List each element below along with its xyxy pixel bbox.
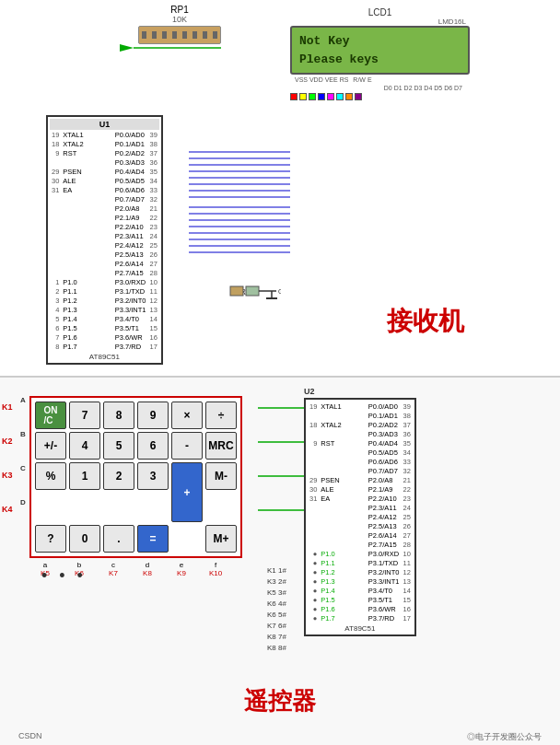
rp1-pin xyxy=(182,31,187,39)
key-question[interactable]: ? xyxy=(35,525,66,553)
u1-chip: U1 19 XTAL1 P0.0/AD0 39 18 XTAL2 P0.1/AD… xyxy=(46,115,163,365)
keypad-row-4: ? 0 . = M+ xyxy=(35,525,237,553)
bottom-section: K1 K2 K3 K4 A B C D ON/C 7 8 9 × ÷ +/- 4… xyxy=(0,378,560,745)
key-4[interactable]: 4 xyxy=(69,432,100,460)
k7-label: K7 xyxy=(98,569,129,577)
lcd-pins-bottom: D0 D1 D2 D3 D4 D5 D6 D7 xyxy=(290,85,470,91)
k2-label: K2 xyxy=(2,437,13,446)
key-9[interactable]: 9 xyxy=(137,402,169,429)
k7-pin-label: K8 7# xyxy=(267,633,286,641)
k3-label: K3 xyxy=(2,471,13,480)
k5-pin-label: K6 5# xyxy=(267,611,286,619)
k6-pin-label: K7 6# xyxy=(267,622,286,630)
rp1-component: RP1 10K xyxy=(134,5,226,46)
key-0[interactable]: 0 xyxy=(69,525,100,553)
ir-sensor-svg: GND xyxy=(226,282,281,300)
rp1-pin xyxy=(213,31,217,39)
u2-chip-name: AT89C51 xyxy=(308,624,413,633)
col-c: c xyxy=(98,561,129,569)
key-minus[interactable]: - xyxy=(171,432,203,460)
u2-title: U2 xyxy=(304,387,416,396)
u2-chip-body: 19 XTAL1 P0.0/AD0 39 P0.1/AD1 38 18 XTAL… xyxy=(304,398,416,636)
lcd-line2: Please keys xyxy=(299,51,461,69)
lcd-line1: Not Key xyxy=(299,32,461,51)
svg-marker-8 xyxy=(120,44,134,52)
lcd-subtitle: LMD16L xyxy=(290,17,470,26)
row-d-label: D xyxy=(20,498,26,506)
svg-rect-1 xyxy=(246,286,259,296)
key-6[interactable]: 6 xyxy=(137,432,169,460)
top-section: RP1 10K LCD1 LMD16L Not Key Please keys … xyxy=(0,0,560,378)
svg-rect-0 xyxy=(230,286,243,296)
key-7[interactable]: 7 xyxy=(69,402,100,429)
key-mplus[interactable]: M+ xyxy=(205,525,237,553)
col-f: f xyxy=(200,561,231,569)
lcd-pin-blocks xyxy=(290,93,470,100)
rp1-value: 10K xyxy=(134,15,226,24)
ir-sensor: GND xyxy=(226,282,281,302)
k2-pin-label: K3 2# xyxy=(267,577,286,586)
footer-left: CSDN xyxy=(18,731,42,743)
receiver-title: 接收机 xyxy=(387,304,464,339)
remote-title: 遥控器 xyxy=(244,685,316,717)
svg-text:GND: GND xyxy=(278,288,281,295)
k1-pin-label: K1 1# xyxy=(267,566,286,575)
key-div[interactable]: ÷ xyxy=(205,402,237,429)
footer-right: ◎电子开发圈公众号 xyxy=(467,731,542,743)
k3-pin-label: K5 3# xyxy=(267,588,286,597)
key-2[interactable]: 2 xyxy=(103,462,134,490)
row-b-label: B xyxy=(20,430,26,438)
col-e: e xyxy=(166,561,197,569)
k8-label: K8 xyxy=(132,569,163,577)
keypad-border: ON/C 7 8 9 × ÷ +/- 4 5 6 - MRC % 1 2 3 xyxy=(29,396,242,558)
key-3[interactable]: 3 xyxy=(137,462,169,490)
keypad-row-2: +/- 4 5 6 - MRC xyxy=(35,432,237,460)
key-8[interactable]: 8 xyxy=(103,402,134,429)
rp1-label: RP1 xyxy=(134,5,226,15)
key-mminus[interactable]: M- xyxy=(205,462,237,490)
k8-pin-label: K8 8# xyxy=(267,644,286,652)
k9-label: K9 xyxy=(166,569,197,577)
row-a-label: A xyxy=(20,396,26,404)
key-equals[interactable]: = xyxy=(137,525,169,553)
lcd-screen: Not Key Please keys xyxy=(290,26,470,75)
key-dot[interactable]: . xyxy=(103,525,134,553)
key-onc[interactable]: ON/C xyxy=(35,402,66,429)
keypad-area: K1 K2 K3 K4 A B C D ON/C 7 8 9 × ÷ +/- 4… xyxy=(18,396,242,577)
k1-label: K1 xyxy=(2,402,13,412)
k4-label: K4 xyxy=(2,505,13,514)
key-plus[interactable]: + xyxy=(171,462,203,522)
key-mrc[interactable]: MRC xyxy=(205,432,237,460)
lcd-title: LCD1 xyxy=(290,7,470,17)
keypad-row-3: % 1 2 3 + M- xyxy=(35,462,237,522)
rp1-pin xyxy=(203,31,207,39)
u1-label: U1 xyxy=(50,119,159,130)
k10-label: K10 xyxy=(200,569,231,577)
lcd-pins-top: VSS VDD VEE RS R/W E xyxy=(290,75,470,85)
key-mul[interactable]: × xyxy=(171,402,203,429)
keypad-row-1: ON/C 7 8 9 × ÷ xyxy=(35,402,237,429)
k4-pin-label: K6 4# xyxy=(267,599,286,608)
rp1-pin xyxy=(142,31,146,39)
rp1-pin xyxy=(152,31,157,39)
rp1-body xyxy=(138,26,221,44)
u1-pin-table: 19 XTAL1 P0.0/AD0 39 18 XTAL2 P0.1/AD1 3… xyxy=(50,130,159,351)
lcd-component: LCD1 LMD16L Not Key Please keys VSS VDD … xyxy=(290,7,470,100)
u2-chip: U2 19 XTAL1 P0.0/AD0 39 P0.1/AD1 38 xyxy=(304,387,416,636)
key-percent[interactable]: % xyxy=(35,462,66,490)
rp1-pin xyxy=(192,31,197,39)
key-5[interactable]: 5 xyxy=(103,432,134,460)
dots-label: • • • xyxy=(41,566,87,586)
rp1-pin xyxy=(172,31,177,39)
row-c-label: C xyxy=(20,464,26,472)
u1-chip-name: AT89C51 xyxy=(50,353,159,361)
footer: CSDN ◎电子开发圈公众号 xyxy=(0,731,560,743)
key-plusminus[interactable]: +/- xyxy=(35,432,66,460)
col-d: d xyxy=(132,561,163,569)
u2-pin-table: 19 XTAL1 P0.0/AD0 39 P0.1/AD1 38 18 XTAL… xyxy=(308,402,413,623)
rp1-pin xyxy=(162,31,167,39)
key-1[interactable]: 1 xyxy=(69,462,100,490)
